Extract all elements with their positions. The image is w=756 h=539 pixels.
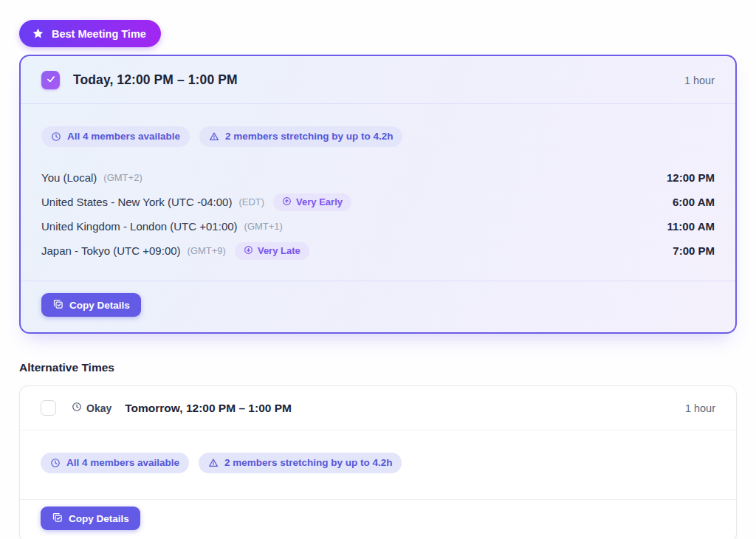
timezone-offset: (GMT+2) [103, 172, 142, 183]
copy-details-label: Copy Details [69, 300, 130, 311]
warning-triangle-icon [209, 131, 219, 142]
best-meeting-time-label: Best Meeting Time [52, 28, 146, 40]
availability-badge-label: All 4 members available [66, 456, 179, 470]
timezone-label: United Kingdom - London (UTC +01:00) [41, 220, 238, 233]
alt-card-footer: Copy Details [20, 500, 736, 539]
stretch-badge: 2 members stretching by up to 4.2h [199, 126, 402, 147]
check-icon [46, 74, 56, 87]
clock-icon [51, 131, 61, 142]
best-card-body: All 4 members available 2 members stretc… [21, 104, 735, 281]
copy-details-button[interactable]: Copy Details [41, 507, 140, 530]
alt-badges-row: All 4 members available 2 members stretc… [20, 430, 736, 500]
timezone-label: You (Local) [41, 171, 97, 184]
timezone-offset: (GMT+1) [244, 221, 283, 232]
stretch-badge-label: 2 members stretching by up to 4.2h [224, 456, 392, 470]
availability-badge: All 4 members available [41, 126, 190, 147]
alternative-time-card: Okay Tomorrow, 12:00 PM – 1:00 PM 1 hour… [19, 385, 737, 539]
stretch-badge-label: 2 members stretching by up to 4.2h [225, 130, 393, 143]
alt-time-title: Tomorrow, 12:00 PM – 1:00 PM [125, 402, 292, 415]
copy-details-label: Copy Details [69, 513, 129, 524]
meeting-scheduler-page: Best Meeting Time Today, 12:00 PM – 1:00… [0, 0, 756, 539]
timezone-time: 7:00 PM [673, 244, 715, 257]
best-time-checkbox[interactable] [41, 71, 60, 89]
timezone-time: 12:00 PM [667, 171, 715, 184]
star-icon [32, 27, 44, 40]
quality-label: Okay [86, 402, 111, 414]
very-late-tag-label: Very Late [258, 245, 300, 256]
alt-time-duration: 1 hour [685, 402, 715, 414]
warning-triangle-icon [208, 458, 219, 468]
copy-check-icon [52, 298, 63, 312]
availability-badge-label: All 4 members available [67, 130, 180, 143]
arrow-down-circle-icon [244, 245, 253, 257]
very-late-tag: Very Late [235, 242, 309, 260]
timezone-row-local: You (Local) (GMT+2) 12:00 PM [41, 165, 715, 190]
best-meeting-card: Today, 12:00 PM – 1:00 PM 1 hour All 4 m… [19, 55, 737, 334]
timezone-offset: (EDT) [238, 196, 264, 207]
availability-badge: All 4 members available [41, 453, 189, 473]
best-time-duration: 1 hour [684, 75, 715, 86]
best-card-footer: Copy Details [21, 281, 735, 332]
best-card-header: Today, 12:00 PM – 1:00 PM 1 hour [21, 56, 735, 104]
alt-time-checkbox[interactable] [41, 400, 56, 416]
timezone-row-tokyo: Japan - Tokyo (UTC +09:00) (GMT+9) Very … [41, 238, 715, 263]
very-early-tag: Very Early [273, 193, 351, 211]
best-time-title: Today, 12:00 PM – 1:00 PM [73, 72, 238, 88]
timezone-row-london: United Kingdom - London (UTC +01:00) (GM… [41, 214, 715, 238]
quality-indicator: Okay [72, 402, 111, 414]
timezone-row-new-york: United States - New York (UTC -04:00) (E… [41, 190, 715, 214]
copy-check-icon [52, 512, 63, 525]
timezone-offset: (GMT+9) [188, 245, 226, 256]
timezone-label: Japan - Tokyo (UTC +09:00) [41, 244, 181, 257]
arrow-up-circle-icon [282, 196, 292, 208]
best-badges-row: All 4 members available 2 members stretc… [41, 126, 715, 147]
copy-details-button[interactable]: Copy Details [41, 293, 141, 317]
timezone-time: 6:00 AM [673, 196, 715, 208]
stretch-badge: 2 members stretching by up to 4.2h [199, 453, 402, 473]
timezone-time: 11:00 AM [667, 220, 715, 233]
very-early-tag-label: Very Early [296, 196, 343, 207]
clock-icon [50, 458, 61, 468]
timezone-label: United States - New York (UTC -04:00) [41, 196, 232, 208]
alt-card-header: Okay Tomorrow, 12:00 PM – 1:00 PM 1 hour [20, 386, 736, 430]
clock-icon [72, 402, 82, 414]
best-meeting-time-pill[interactable]: Best Meeting Time [19, 20, 161, 47]
alternative-times-heading: Alternative Times [19, 361, 737, 374]
